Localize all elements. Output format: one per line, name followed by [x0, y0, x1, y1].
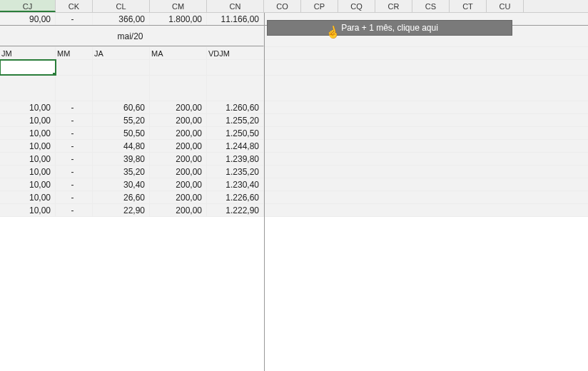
cell-blank[interactable]: [207, 76, 264, 101]
cell-cl[interactable]: 60,60: [93, 101, 150, 113]
cell-cj[interactable]: 10,00: [0, 204, 56, 216]
cell-total-cn[interactable]: 11.166,00: [207, 13, 264, 25]
table-row: 10,00-22,90200,001.222,90: [0, 204, 588, 217]
cell-blank[interactable]: [93, 60, 150, 75]
subheader-mm[interactable]: MM: [56, 47, 93, 59]
column-headers: CJ CK CL CM CN CO CP CQ CR CS CT CU: [0, 0, 588, 13]
cell-cm[interactable]: 200,00: [150, 114, 207, 126]
table-row: 10,00-55,20200,001.255,20: [0, 114, 588, 127]
selected-row: [0, 60, 588, 76]
table-row: 10,00-60,60200,001.260,60: [0, 101, 588, 114]
cell-cm[interactable]: 200,00: [150, 166, 207, 178]
cell-cn[interactable]: 1.244,80: [207, 140, 264, 152]
cell-blank[interactable]: [56, 76, 93, 101]
cell-ck[interactable]: -: [56, 166, 93, 178]
cell-blank[interactable]: [207, 60, 264, 75]
active-cell[interactable]: [0, 60, 56, 75]
col-header-cq[interactable]: CQ: [338, 0, 375, 12]
add-month-button[interactable]: Para + 1 mês, clique aqui: [267, 20, 512, 36]
table-row: 10,00-26,60200,001.226,60: [0, 191, 588, 204]
cell-ck[interactable]: -: [56, 114, 93, 126]
cell-cj[interactable]: 10,00: [0, 153, 56, 165]
cell-cj[interactable]: 10,00: [0, 127, 56, 139]
spacer-row: [0, 76, 588, 101]
col-header-co[interactable]: CO: [264, 0, 301, 12]
cell-total-ck[interactable]: -: [56, 13, 93, 25]
subheader-jm[interactable]: JM: [0, 47, 56, 59]
col-header-cn[interactable]: CN: [207, 0, 264, 12]
cell-cl[interactable]: 44,80: [93, 140, 150, 152]
cell-cj[interactable]: 10,00: [0, 114, 56, 126]
cell-cn[interactable]: 1.250,50: [207, 127, 264, 139]
data-rows: 10,00-60,60200,001.260,6010,00-55,20200,…: [0, 101, 588, 217]
col-header-cr[interactable]: CR: [375, 0, 412, 12]
cell-ck[interactable]: -: [56, 101, 93, 113]
table-row: 10,00-44,80200,001.244,80: [0, 140, 588, 153]
cell-cn[interactable]: 1.235,20: [207, 166, 264, 178]
subheader-vdjm[interactable]: VDJM: [207, 47, 264, 59]
cell-cn[interactable]: 1.230,40: [207, 178, 264, 190]
cell-cj[interactable]: 10,00: [0, 101, 56, 113]
cell-cn[interactable]: 1.255,20: [207, 114, 264, 126]
cell-cj[interactable]: 10,00: [0, 166, 56, 178]
subheader-row: JM MM JA MA VDJM: [0, 47, 588, 60]
table-row: 10,00-50,50200,001.250,50: [0, 127, 588, 140]
cell-cn[interactable]: 1.226,60: [207, 191, 264, 203]
cell-blank[interactable]: [93, 76, 150, 101]
month-label[interactable]: mai/20: [0, 26, 264, 46]
subheader-ma[interactable]: MA: [150, 47, 207, 59]
table-row: 10,00-35,20200,001.235,20: [0, 166, 588, 178]
cell-cn[interactable]: 1.239,80: [207, 153, 264, 165]
cell-cl[interactable]: 55,20: [93, 114, 150, 126]
cell-ck[interactable]: -: [56, 153, 93, 165]
col-header-cp[interactable]: CP: [301, 0, 338, 12]
cell-cl[interactable]: 30,40: [93, 178, 150, 190]
cell-ck[interactable]: -: [56, 191, 93, 203]
cell-cn[interactable]: 1.222,90: [207, 204, 264, 216]
cell-cm[interactable]: 200,00: [150, 140, 207, 152]
cell-blank[interactable]: [150, 60, 207, 75]
cell-cm[interactable]: 200,00: [150, 101, 207, 113]
cell-cm[interactable]: 200,00: [150, 204, 207, 216]
cell-ck[interactable]: -: [56, 178, 93, 190]
col-header-cj[interactable]: CJ: [0, 0, 56, 12]
cell-blank[interactable]: [150, 76, 207, 101]
cell-cl[interactable]: 22,90: [93, 204, 150, 216]
cell-ck[interactable]: -: [56, 204, 93, 216]
cell-cl[interactable]: 26,60: [93, 191, 150, 203]
cell-cj[interactable]: 10,00: [0, 178, 56, 190]
cell-cm[interactable]: 200,00: [150, 153, 207, 165]
col-header-cl[interactable]: CL: [93, 0, 150, 12]
add-month-button-label: Para + 1 mês, clique aqui: [341, 23, 438, 33]
cell-cl[interactable]: 50,50: [93, 127, 150, 139]
table-row: 10,00-30,40200,001.230,40: [0, 178, 588, 191]
pane-divider: [264, 13, 265, 371]
cell-cn[interactable]: 1.260,60: [207, 101, 264, 113]
cell-cm[interactable]: 200,00: [150, 191, 207, 203]
col-header-ct[interactable]: CT: [450, 0, 487, 12]
col-header-cs[interactable]: CS: [412, 0, 450, 12]
col-header-ck[interactable]: CK: [56, 0, 93, 12]
cell-total-cm[interactable]: 1.800,00: [150, 13, 207, 25]
col-header-cu[interactable]: CU: [487, 0, 524, 12]
cell-total-cl[interactable]: 366,00: [93, 13, 150, 25]
cell-cm[interactable]: 200,00: [150, 178, 207, 190]
cell-cl[interactable]: 35,20: [93, 166, 150, 178]
cell-ck[interactable]: -: [56, 140, 93, 152]
cell-blank[interactable]: [56, 60, 93, 75]
cell-total-cj[interactable]: 90,00: [0, 13, 56, 25]
cell-blank[interactable]: [0, 76, 56, 101]
col-header-cm[interactable]: CM: [150, 0, 207, 12]
cell-cl[interactable]: 39,80: [93, 153, 150, 165]
cell-ck[interactable]: -: [56, 127, 93, 139]
cell-cm[interactable]: 200,00: [150, 127, 207, 139]
table-row: 10,00-39,80200,001.239,80: [0, 153, 588, 166]
cell-cj[interactable]: 10,00: [0, 140, 56, 152]
cell-cj[interactable]: 10,00: [0, 191, 56, 203]
subheader-ja[interactable]: JA: [93, 47, 150, 59]
